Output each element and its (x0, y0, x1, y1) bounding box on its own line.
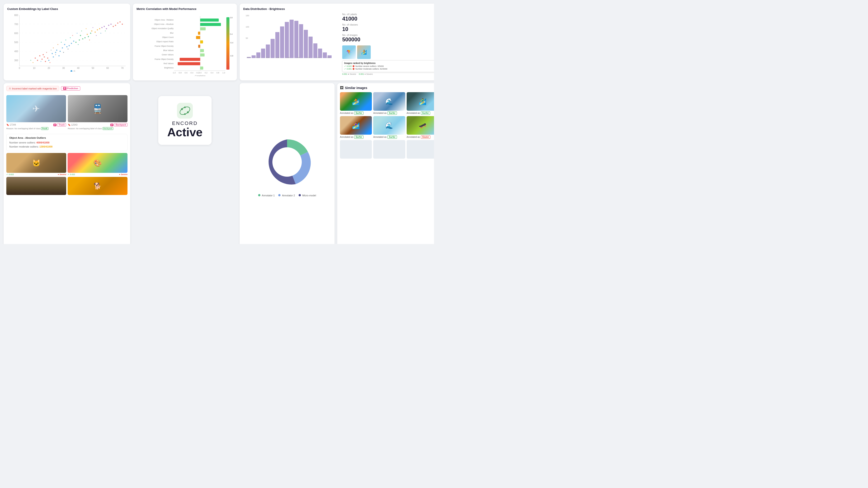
severe-dot-2 (352, 68, 354, 70)
svg-rect-110 (200, 27, 206, 31)
scatter-plot-svg: 800 700 600 500 400 300 0 10 20 30 40 50… (7, 13, 127, 72)
svg-point-53 (99, 28, 100, 29)
svg-point-65 (57, 44, 58, 45)
svg-text:0.8: 0.8 (230, 17, 232, 19)
svg-point-74 (51, 50, 52, 51)
svg-text:800: 800 (14, 14, 18, 17)
svg-text:Object Count: Object Count (162, 36, 174, 38)
similar-item-8 (373, 140, 405, 159)
svg-point-85 (40, 61, 41, 62)
distribution-right: No. of Labels 41000 No. of classes 10 No… (342, 13, 434, 76)
svg-text:Object Area - Absolute: Object Area - Absolute (154, 23, 174, 25)
svg-text:Red Values: Red Values (164, 62, 174, 65)
micromodel-dot (299, 194, 301, 196)
graffiti-severity: ● Severe (119, 173, 127, 175)
svg-rect-119 (200, 67, 204, 70)
svg-point-75 (55, 54, 56, 55)
svg-text:700: 700 (14, 23, 18, 26)
error-header: ⚠ Incorrect label marked with magenta bo… (6, 86, 127, 91)
skater-tag: Skater (421, 135, 431, 139)
reason-1: Reason: No overlapping label of class Tr… (6, 127, 66, 130)
svg-point-52 (97, 29, 98, 31)
svg-text:Frame Object Density: Frame Object Density (155, 45, 174, 47)
surfer-tag-3: Surfer (421, 111, 430, 115)
metric-correlation-title: Metric Correlation with Model Performanc… (136, 7, 233, 11)
svg-point-54 (101, 27, 103, 28)
cat-thumbnail: 🐱 (6, 153, 66, 173)
svg-rect-118 (178, 62, 200, 65)
svg-point-27 (47, 58, 49, 59)
svg-rect-117 (180, 58, 200, 61)
svg-text:-0.8: -0.8 (178, 72, 182, 74)
encord-icon (177, 103, 193, 119)
similar-item-2: 🌊 Annotated as Surfer (373, 92, 405, 115)
similar-item-9 (407, 140, 434, 159)
backpack-tag: Backpack (114, 123, 127, 127)
svg-point-83 (46, 52, 47, 53)
svg-point-55 (104, 26, 105, 27)
svg-point-44 (82, 38, 84, 39)
svg-text:Object Area - Relative: Object Area - Relative (154, 19, 174, 21)
metric-correlation-card: Metric Correlation with Model Performanc… (133, 4, 237, 80)
labels-stat: No. of Labels 41000 (342, 13, 434, 22)
graffiti-score: ✓ 0.022 (68, 173, 75, 175)
beach-thumbnail: 🏄 (357, 45, 371, 59)
svg-text:400: 400 (14, 50, 18, 53)
svg-rect-136 (266, 44, 270, 58)
svg-rect-116 (200, 54, 205, 57)
prediction-badge: P Prediction (61, 86, 80, 91)
svg-text:0.0: 0.0 (199, 72, 202, 74)
svg-rect-137 (271, 39, 275, 58)
svg-rect-113 (200, 40, 203, 43)
svg-text:70: 70 (121, 67, 124, 69)
svg-point-30 (52, 53, 53, 54)
svg-text:0.00: 0.00 (247, 57, 250, 58)
skater-img: 🛹 (407, 116, 434, 135)
svg-text:10: 10 (33, 67, 35, 69)
histogram-container: 150 100 50 0.00 0.12 0.24 0.36 0.48 0.60… (243, 13, 339, 76)
error-image-1: 🔖 17344 P Truck Reason: No overlapping l… (6, 95, 66, 130)
svg-rect-144 (304, 30, 308, 58)
similar-images-grid: 🏄 Annotated as Surfer 🌊 Annotated as Sur… (340, 92, 434, 159)
svg-point-34 (56, 50, 57, 51)
svg-rect-138 (275, 32, 279, 58)
svg-text:50: 50 (92, 67, 94, 69)
svg-point-69 (72, 35, 73, 36)
svg-point-82 (105, 31, 106, 31)
surfer-tag-1: Surfer (354, 111, 364, 115)
svg-text:Blur: Blur (170, 32, 174, 34)
svg-rect-114 (198, 45, 200, 48)
svg-text:0: 0 (19, 67, 20, 69)
svg-rect-115 (200, 49, 204, 52)
score-label-2: 0.001 ● Severe (359, 73, 373, 75)
svg-point-165 (187, 111, 189, 113)
svg-point-42 (75, 42, 76, 43)
donut-chart-card: Annotator 1 Annotator 2 Micro-model (240, 83, 335, 244)
scatter-plot-card: Custom Embeddings by Label Class 800 700… (4, 4, 130, 80)
airplane-image (6, 95, 66, 122)
svg-point-86 (33, 62, 33, 63)
svg-text:-0.6: -0.6 (184, 72, 187, 74)
svg-text:100: 100 (246, 26, 249, 28)
cat-score: ✓ 0.022 (6, 173, 14, 175)
donut-chart-svg (258, 133, 316, 191)
svg-rect-133 (252, 55, 256, 58)
svg-point-62 (120, 22, 121, 23)
error-image-2: 🔖 12543 P Backpack Reason: No overlappin… (68, 95, 127, 130)
svg-text:0.72: 0.72 (307, 57, 310, 58)
graffiti-thumb-container: 🎨 ✓ 0.022 ● Severe (68, 153, 127, 175)
svg-point-38 (66, 46, 68, 47)
graffiti-thumbnail: 🎨 (68, 153, 127, 173)
svg-point-61 (117, 23, 119, 24)
svg-point-24 (44, 57, 45, 58)
svg-point-21 (35, 58, 36, 59)
svg-point-50 (91, 31, 92, 32)
cat-thumb-container: 🐱 ✓ 0.022 ● Severe (6, 153, 66, 175)
metric-correlation-svg: 0.8 0.4 -0.4 -0.8 Object Area - Relative… (136, 13, 233, 76)
train-image (68, 95, 127, 122)
encord-active-center: ENCORD Active (133, 83, 237, 158)
kite-thumbnail: 🪁 (342, 45, 356, 59)
svg-point-36 (62, 47, 63, 48)
similar-item-3: 🏄‍♂️ Annotated as Surfer (407, 92, 434, 115)
svg-rect-143 (299, 24, 303, 58)
